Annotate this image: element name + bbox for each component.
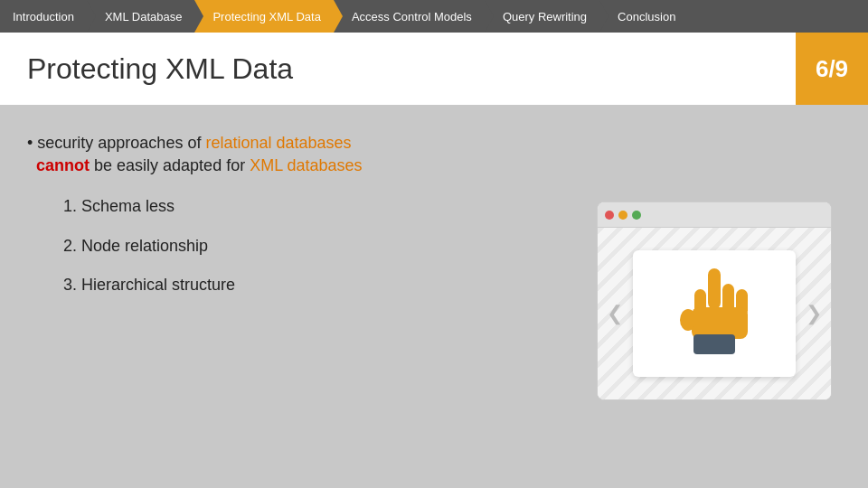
nav-label-protecting-xml-data: Protecting XML Data <box>212 10 320 23</box>
page-number: 6/9 <box>816 55 848 83</box>
nav-label-introduction: Introduction <box>13 10 74 23</box>
sub-items-list: 1. Schema less 2. Node relationship 3. H… <box>27 195 570 296</box>
page-badge: 6/9 <box>796 33 868 105</box>
slide-title: Protecting XML Data <box>27 52 293 86</box>
inner-card <box>633 250 796 377</box>
browser-titlebar <box>598 202 831 228</box>
nav-item-introduction[interactable]: Introduction <box>0 0 87 33</box>
sub-item-2-text: Node relationship <box>81 237 208 255</box>
nav-item-protecting-xml-data[interactable]: Protecting XML Data <box>194 0 333 33</box>
text-section: • security approaches of relational data… <box>27 132 570 470</box>
browser-mockup: ❮ <box>597 202 832 400</box>
navigation-bar: Introduction XML Database Protecting XML… <box>0 0 868 33</box>
sub-item-1-number: 1. <box>63 197 77 215</box>
sub-item-2: 2. Node relationship <box>63 235 570 258</box>
nav-item-xml-database[interactable]: XML Database <box>87 0 195 33</box>
content-body: • security approaches of relational data… <box>0 105 868 488</box>
sub-item-2-number: 2. <box>63 237 77 255</box>
nav-label-xml-database: XML Database <box>105 10 183 23</box>
sub-item-3: 3. Hierarchical structure <box>63 274 570 296</box>
nav-item-conclusion[interactable]: Conclusion <box>599 0 688 33</box>
nav-label-conclusion: Conclusion <box>618 10 675 23</box>
sub-item-3-number: 3. <box>63 276 77 294</box>
chevron-right-icon: ❯ <box>806 302 822 325</box>
sub-item-1-text: Schema less <box>81 197 175 215</box>
sub-item-3-text: Hierarchical structure <box>81 276 235 294</box>
nav-label-query-rewriting: Query Rewriting <box>503 10 587 23</box>
title-panel: Protecting XML Data <box>0 33 796 105</box>
nav-label-access-control-models: Access Control Models <box>352 10 472 23</box>
nav-item-query-rewriting[interactable]: Query Rewriting <box>485 0 599 33</box>
illustration-panel: ❮ <box>588 132 841 470</box>
relational-databases-text: relational databases <box>205 134 351 152</box>
hand-icon <box>674 264 755 363</box>
chevron-left-icon: ❮ <box>607 302 623 325</box>
svg-point-5 <box>680 309 696 331</box>
browser-body: ❮ <box>598 228 831 399</box>
svg-rect-6 <box>693 334 735 354</box>
xml-databases-text: XML databases <box>250 156 362 174</box>
svg-rect-4 <box>692 307 748 339</box>
main-bullet: • security approaches of relational data… <box>27 132 570 177</box>
main-content: Protecting XML Data 6/9 • security appro… <box>0 33 868 488</box>
nav-item-access-control-models[interactable]: Access Control Models <box>334 0 485 33</box>
dot-red <box>605 211 614 220</box>
cannot-text: cannot <box>36 156 90 174</box>
dot-green <box>632 211 641 220</box>
svg-rect-0 <box>708 268 721 309</box>
sub-item-1: 1. Schema less <box>63 195 570 218</box>
dot-yellow <box>618 211 627 220</box>
